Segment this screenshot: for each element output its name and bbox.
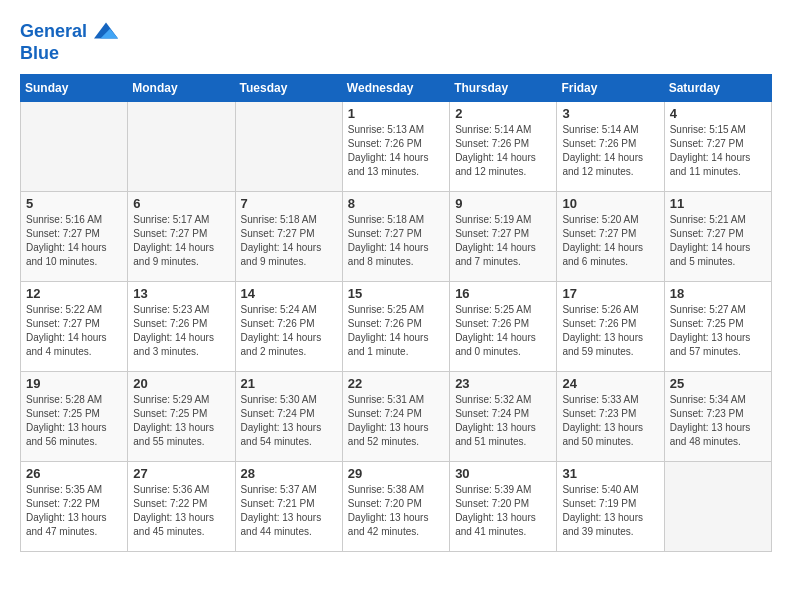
calendar-cell: 25Sunrise: 5:34 AMSunset: 7:23 PMDayligh… bbox=[664, 371, 771, 461]
calendar-cell: 10Sunrise: 5:20 AMSunset: 7:27 PMDayligh… bbox=[557, 191, 664, 281]
calendar-cell: 31Sunrise: 5:40 AMSunset: 7:19 PMDayligh… bbox=[557, 461, 664, 551]
day-number: 23 bbox=[455, 376, 551, 391]
day-info: Sunrise: 5:39 AMSunset: 7:20 PMDaylight:… bbox=[455, 483, 551, 539]
day-info: Sunrise: 5:14 AMSunset: 7:26 PMDaylight:… bbox=[455, 123, 551, 179]
day-info: Sunrise: 5:32 AMSunset: 7:24 PMDaylight:… bbox=[455, 393, 551, 449]
day-number: 3 bbox=[562, 106, 658, 121]
day-info: Sunrise: 5:31 AMSunset: 7:24 PMDaylight:… bbox=[348, 393, 444, 449]
calendar-cell: 29Sunrise: 5:38 AMSunset: 7:20 PMDayligh… bbox=[342, 461, 449, 551]
day-info: Sunrise: 5:34 AMSunset: 7:23 PMDaylight:… bbox=[670, 393, 766, 449]
day-info: Sunrise: 5:40 AMSunset: 7:19 PMDaylight:… bbox=[562, 483, 658, 539]
day-number: 19 bbox=[26, 376, 122, 391]
header-tuesday: Tuesday bbox=[235, 74, 342, 101]
day-info: Sunrise: 5:15 AMSunset: 7:27 PMDaylight:… bbox=[670, 123, 766, 179]
day-info: Sunrise: 5:36 AMSunset: 7:22 PMDaylight:… bbox=[133, 483, 229, 539]
calendar-cell: 8Sunrise: 5:18 AMSunset: 7:27 PMDaylight… bbox=[342, 191, 449, 281]
day-number: 8 bbox=[348, 196, 444, 211]
day-number: 29 bbox=[348, 466, 444, 481]
day-info: Sunrise: 5:25 AMSunset: 7:26 PMDaylight:… bbox=[348, 303, 444, 359]
calendar-cell bbox=[128, 101, 235, 191]
day-info: Sunrise: 5:28 AMSunset: 7:25 PMDaylight:… bbox=[26, 393, 122, 449]
header-sunday: Sunday bbox=[21, 74, 128, 101]
day-number: 30 bbox=[455, 466, 551, 481]
day-info: Sunrise: 5:25 AMSunset: 7:26 PMDaylight:… bbox=[455, 303, 551, 359]
calendar-cell: 6Sunrise: 5:17 AMSunset: 7:27 PMDaylight… bbox=[128, 191, 235, 281]
calendar-cell: 18Sunrise: 5:27 AMSunset: 7:25 PMDayligh… bbox=[664, 281, 771, 371]
day-number: 7 bbox=[241, 196, 337, 211]
week-row-4: 19Sunrise: 5:28 AMSunset: 7:25 PMDayligh… bbox=[21, 371, 772, 461]
day-number: 26 bbox=[26, 466, 122, 481]
day-number: 17 bbox=[562, 286, 658, 301]
calendar-cell bbox=[235, 101, 342, 191]
day-info: Sunrise: 5:21 AMSunset: 7:27 PMDaylight:… bbox=[670, 213, 766, 269]
calendar-cell: 27Sunrise: 5:36 AMSunset: 7:22 PMDayligh… bbox=[128, 461, 235, 551]
day-info: Sunrise: 5:19 AMSunset: 7:27 PMDaylight:… bbox=[455, 213, 551, 269]
day-info: Sunrise: 5:18 AMSunset: 7:27 PMDaylight:… bbox=[348, 213, 444, 269]
day-number: 20 bbox=[133, 376, 229, 391]
day-number: 1 bbox=[348, 106, 444, 121]
day-info: Sunrise: 5:35 AMSunset: 7:22 PMDaylight:… bbox=[26, 483, 122, 539]
day-number: 16 bbox=[455, 286, 551, 301]
calendar-table: SundayMondayTuesdayWednesdayThursdayFrid… bbox=[20, 74, 772, 552]
calendar-cell: 14Sunrise: 5:24 AMSunset: 7:26 PMDayligh… bbox=[235, 281, 342, 371]
logo: General Blue bbox=[20, 20, 118, 64]
day-number: 5 bbox=[26, 196, 122, 211]
page-header: General Blue bbox=[20, 20, 772, 64]
day-number: 31 bbox=[562, 466, 658, 481]
day-number: 22 bbox=[348, 376, 444, 391]
header-friday: Friday bbox=[557, 74, 664, 101]
calendar-cell: 15Sunrise: 5:25 AMSunset: 7:26 PMDayligh… bbox=[342, 281, 449, 371]
day-number: 2 bbox=[455, 106, 551, 121]
day-info: Sunrise: 5:29 AMSunset: 7:25 PMDaylight:… bbox=[133, 393, 229, 449]
calendar-cell: 26Sunrise: 5:35 AMSunset: 7:22 PMDayligh… bbox=[21, 461, 128, 551]
calendar-cell: 4Sunrise: 5:15 AMSunset: 7:27 PMDaylight… bbox=[664, 101, 771, 191]
day-info: Sunrise: 5:23 AMSunset: 7:26 PMDaylight:… bbox=[133, 303, 229, 359]
day-number: 6 bbox=[133, 196, 229, 211]
calendar-cell bbox=[664, 461, 771, 551]
day-number: 10 bbox=[562, 196, 658, 211]
calendar-cell: 24Sunrise: 5:33 AMSunset: 7:23 PMDayligh… bbox=[557, 371, 664, 461]
calendar-cell: 13Sunrise: 5:23 AMSunset: 7:26 PMDayligh… bbox=[128, 281, 235, 371]
header-row: SundayMondayTuesdayWednesdayThursdayFrid… bbox=[21, 74, 772, 101]
day-number: 9 bbox=[455, 196, 551, 211]
day-number: 12 bbox=[26, 286, 122, 301]
day-number: 14 bbox=[241, 286, 337, 301]
day-number: 15 bbox=[348, 286, 444, 301]
calendar-cell: 12Sunrise: 5:22 AMSunset: 7:27 PMDayligh… bbox=[21, 281, 128, 371]
calendar-cell bbox=[21, 101, 128, 191]
calendar-cell: 30Sunrise: 5:39 AMSunset: 7:20 PMDayligh… bbox=[450, 461, 557, 551]
day-info: Sunrise: 5:17 AMSunset: 7:27 PMDaylight:… bbox=[133, 213, 229, 269]
day-info: Sunrise: 5:14 AMSunset: 7:26 PMDaylight:… bbox=[562, 123, 658, 179]
calendar-cell: 22Sunrise: 5:31 AMSunset: 7:24 PMDayligh… bbox=[342, 371, 449, 461]
day-info: Sunrise: 5:13 AMSunset: 7:26 PMDaylight:… bbox=[348, 123, 444, 179]
day-info: Sunrise: 5:24 AMSunset: 7:26 PMDaylight:… bbox=[241, 303, 337, 359]
calendar-cell: 19Sunrise: 5:28 AMSunset: 7:25 PMDayligh… bbox=[21, 371, 128, 461]
calendar-cell: 23Sunrise: 5:32 AMSunset: 7:24 PMDayligh… bbox=[450, 371, 557, 461]
calendar-cell: 7Sunrise: 5:18 AMSunset: 7:27 PMDaylight… bbox=[235, 191, 342, 281]
day-info: Sunrise: 5:20 AMSunset: 7:27 PMDaylight:… bbox=[562, 213, 658, 269]
day-info: Sunrise: 5:37 AMSunset: 7:21 PMDaylight:… bbox=[241, 483, 337, 539]
week-row-5: 26Sunrise: 5:35 AMSunset: 7:22 PMDayligh… bbox=[21, 461, 772, 551]
calendar-cell: 3Sunrise: 5:14 AMSunset: 7:26 PMDaylight… bbox=[557, 101, 664, 191]
day-number: 13 bbox=[133, 286, 229, 301]
day-info: Sunrise: 5:18 AMSunset: 7:27 PMDaylight:… bbox=[241, 213, 337, 269]
calendar-cell: 17Sunrise: 5:26 AMSunset: 7:26 PMDayligh… bbox=[557, 281, 664, 371]
calendar-cell: 11Sunrise: 5:21 AMSunset: 7:27 PMDayligh… bbox=[664, 191, 771, 281]
week-row-2: 5Sunrise: 5:16 AMSunset: 7:27 PMDaylight… bbox=[21, 191, 772, 281]
day-info: Sunrise: 5:22 AMSunset: 7:27 PMDaylight:… bbox=[26, 303, 122, 359]
calendar-cell: 28Sunrise: 5:37 AMSunset: 7:21 PMDayligh… bbox=[235, 461, 342, 551]
day-number: 11 bbox=[670, 196, 766, 211]
day-info: Sunrise: 5:30 AMSunset: 7:24 PMDaylight:… bbox=[241, 393, 337, 449]
calendar-cell: 5Sunrise: 5:16 AMSunset: 7:27 PMDaylight… bbox=[21, 191, 128, 281]
day-info: Sunrise: 5:33 AMSunset: 7:23 PMDaylight:… bbox=[562, 393, 658, 449]
day-number: 4 bbox=[670, 106, 766, 121]
calendar-cell: 1Sunrise: 5:13 AMSunset: 7:26 PMDaylight… bbox=[342, 101, 449, 191]
header-thursday: Thursday bbox=[450, 74, 557, 101]
calendar-cell: 9Sunrise: 5:19 AMSunset: 7:27 PMDaylight… bbox=[450, 191, 557, 281]
day-number: 24 bbox=[562, 376, 658, 391]
day-info: Sunrise: 5:27 AMSunset: 7:25 PMDaylight:… bbox=[670, 303, 766, 359]
day-number: 18 bbox=[670, 286, 766, 301]
calendar-cell: 16Sunrise: 5:25 AMSunset: 7:26 PMDayligh… bbox=[450, 281, 557, 371]
calendar-cell: 2Sunrise: 5:14 AMSunset: 7:26 PMDaylight… bbox=[450, 101, 557, 191]
header-monday: Monday bbox=[128, 74, 235, 101]
